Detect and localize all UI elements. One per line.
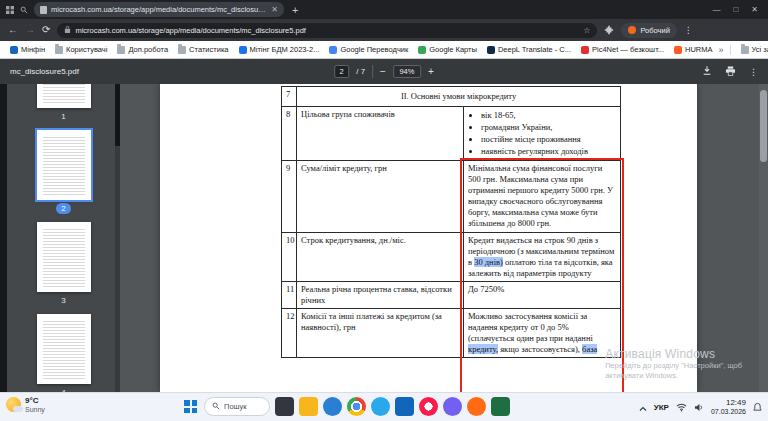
url-bar[interactable]: microcash.com.ua/storage/app/media/docum… <box>57 23 597 38</box>
row-value: Кредит видається на строк 90 днів з пері… <box>464 232 621 281</box>
all-bookmarks-button[interactable]: Усі закладки <box>737 44 768 55</box>
page-number-input[interactable]: 2 <box>334 65 349 78</box>
extensions-puzzle-icon[interactable] <box>604 21 614 39</box>
search-icon <box>212 402 220 412</box>
thumbnail-list: 1234 <box>7 84 120 392</box>
window-app-icon <box>6 6 14 14</box>
edge-icon[interactable] <box>323 397 342 416</box>
pdf-page: 7ІІ. Основні умови мікрокредиту8Цільова … <box>160 84 697 392</box>
watermark-title: Активація Windows <box>605 347 742 361</box>
bookmark-item[interactable]: Мітінг БДМ 2023-2... <box>235 44 324 55</box>
clock[interactable]: 12:49 07.03.2026 <box>711 398 746 416</box>
row-number: 8 <box>282 107 297 161</box>
page-thumbnail-3[interactable] <box>37 222 91 292</box>
weather-icon <box>6 397 21 412</box>
viber-icon[interactable] <box>443 397 462 416</box>
more-options-icon[interactable]: ⋮ <box>749 67 758 77</box>
bookmark-item[interactable]: Мінфін <box>6 44 49 55</box>
bookmark-item[interactable]: Google Переводчик <box>325 44 412 55</box>
favicon-icon <box>581 46 589 54</box>
notification-bell-icon[interactable] <box>753 398 762 416</box>
row-number: 11 <box>282 281 297 308</box>
pdf-scrollbar-thumb[interactable] <box>760 90 767 162</box>
bookmark-star-icon[interactable]: ☆ <box>583 26 590 35</box>
page-thumbnail-1[interactable] <box>37 84 91 108</box>
language-indicator[interactable]: УКР <box>654 403 669 412</box>
row-number: 7 <box>282 87 297 107</box>
hurma-icon[interactable] <box>467 397 486 416</box>
lock-icon <box>64 25 71 36</box>
chrome-icon[interactable] <box>347 397 366 416</box>
taskbar-search[interactable]: Пошук <box>204 397 270 416</box>
bookmark-label: Доп.робота <box>128 45 168 54</box>
folder-icon <box>178 46 186 54</box>
all-bookmarks-icon <box>741 46 749 54</box>
row-label: Строк кредитування, дн./міс. <box>297 232 464 281</box>
telegram-icon[interactable] <box>371 397 390 416</box>
bookmark-item[interactable]: Користувачі <box>51 44 111 55</box>
back-button[interactable]: ← <box>8 25 18 35</box>
tab-search-icon[interactable] <box>20 6 28 14</box>
zoom-level[interactable]: 94% <box>393 65 421 78</box>
minimize-icon[interactable]: — <box>712 5 720 14</box>
speaker-icon[interactable] <box>694 398 704 416</box>
outlook-icon[interactable] <box>395 397 414 416</box>
tray-date: 07.03.2026 <box>711 408 746 416</box>
close-icon[interactable]: ✕ <box>751 5 758 14</box>
bookmarks-divider <box>730 45 731 55</box>
bookmark-item[interactable]: Доп.робота <box>113 44 172 55</box>
tab-strip: microcash.com.ua/storage/app/media/docum… <box>0 0 768 19</box>
bookmarks-bar: МінфінКористувачіДоп.роботаСтатистикаМіт… <box>0 41 768 59</box>
row-value: Можливо застосування комісії за надання … <box>464 308 621 357</box>
bookmarks-right: » Усі закладки <box>719 44 768 55</box>
page-thumbnail-2[interactable] <box>37 130 91 200</box>
opera-icon[interactable] <box>419 397 438 416</box>
excel-icon[interactable] <box>491 397 510 416</box>
bookmark-item[interactable]: DeepL Translate - C... <box>483 44 575 55</box>
bookmarks-overflow-icon[interactable]: » <box>719 45 724 55</box>
table-row-10: 10Строк кредитування, дн./міс.Кредит вид… <box>282 232 621 281</box>
table-row-8: 8Цільова група споживачіввік 18-65,грома… <box>282 107 621 161</box>
bookmark-label: Google Переводчик <box>340 45 408 54</box>
bookmark-item[interactable]: Статистика <box>174 44 232 55</box>
thumbnail-page-number: 1 <box>56 111 70 122</box>
new-tab-button[interactable]: + <box>292 4 298 16</box>
bookmark-item[interactable]: Pic4Net — безкошт... <box>577 44 668 55</box>
folder-icon <box>117 46 125 54</box>
browser-menu-icon[interactable]: ⋮ <box>684 25 693 35</box>
browser-tab[interactable]: microcash.com.ua/storage/app/media/docum… <box>34 2 284 17</box>
reload-button[interactable]: ⟳ <box>42 25 50 35</box>
print-icon[interactable] <box>725 66 736 78</box>
table-row-11: 11Реальна річна процентна ставка, відсот… <box>282 281 621 308</box>
download-icon[interactable] <box>702 65 712 78</box>
zoom-out-button[interactable]: − <box>380 66 386 77</box>
file-explorer-icon[interactable] <box>299 397 318 416</box>
pdf-scrollbar[interactable] <box>759 84 768 392</box>
maximize-icon[interactable]: □ <box>733 5 738 14</box>
windows-taskbar: 9°C Sunny Пошук УКР 12:49 07.03.2026 <box>0 392 768 421</box>
bookmark-item[interactable]: HURMA <box>670 44 717 55</box>
task-view-icon[interactable] <box>275 397 294 416</box>
system-tray: УКР 12:49 07.03.2026 <box>639 393 762 421</box>
pdf-toolbar-right: ⋮ <box>702 65 758 78</box>
bookmark-label: HURMA <box>685 45 713 54</box>
forward-button[interactable]: → <box>25 25 35 35</box>
favicon-icon <box>487 46 495 54</box>
weather-widget[interactable]: 9°C Sunny <box>6 396 45 413</box>
watermark-line2: Перейдіть до розділу "Настройки", щоб <box>605 361 742 370</box>
zoom-in-button[interactable]: + <box>428 66 434 77</box>
thumbnail-sidebar: 1234 <box>7 84 120 392</box>
start-button[interactable] <box>182 398 199 415</box>
table-row-9: 9Сума/ліміт кредиту, грнМінімальна сума … <box>282 161 621 232</box>
wifi-icon[interactable] <box>676 398 687 416</box>
tab-close-icon[interactable]: ✕ <box>271 5 278 14</box>
watermark-line3: активувати Windows. <box>605 371 742 380</box>
profile-avatar <box>628 26 636 34</box>
folder-icon <box>55 46 63 54</box>
bookmark-label: Мінфін <box>21 45 45 54</box>
row-number: 12 <box>282 308 297 357</box>
bookmark-item[interactable]: Google Карты <box>414 44 481 55</box>
tray-chevron-up-icon[interactable] <box>639 398 647 416</box>
page-thumbnail-4[interactable] <box>37 314 91 384</box>
profile-chip[interactable]: Робочий <box>621 23 676 38</box>
